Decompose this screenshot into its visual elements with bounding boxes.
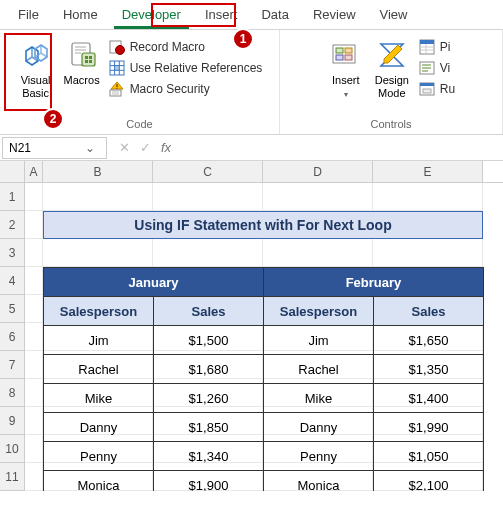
row-header[interactable]: 11 (0, 463, 25, 491)
group-label-code: Code (126, 116, 152, 132)
svg-rect-19 (110, 90, 121, 96)
table-row[interactable]: Mike$1,260Mike$1,400 (44, 384, 484, 413)
chevron-down-icon: ▾ (344, 90, 348, 100)
select-all-corner[interactable] (0, 161, 25, 182)
col-header-b[interactable]: B (43, 161, 153, 182)
data-table: January February Salesperson Sales Sales… (43, 267, 484, 491)
svg-rect-24 (345, 48, 352, 53)
svg-rect-38 (423, 89, 431, 93)
row-header[interactable]: 6 (0, 323, 25, 351)
svg-rect-25 (336, 55, 343, 60)
table-row[interactable]: Penny$1,340Penny$1,050 (44, 442, 484, 471)
properties-label: Pi (440, 40, 451, 54)
svg-rect-28 (420, 40, 434, 44)
table-row[interactable]: Danny$1,850Danny$1,990 (44, 413, 484, 442)
svg-rect-3 (89, 56, 92, 59)
svg-rect-2 (85, 56, 88, 59)
annotation-badge-2: 2 (42, 108, 64, 130)
run-dialog-label: Ru (440, 82, 455, 96)
properties-button[interactable]: Pi (417, 38, 457, 56)
design-mode-icon (375, 38, 409, 72)
use-relative-label: Use Relative References (130, 61, 263, 75)
tab-data[interactable]: Data (249, 1, 300, 28)
row-header[interactable]: 4 (0, 267, 25, 295)
fx-button[interactable]: fx (157, 140, 175, 155)
svg-rect-5 (89, 60, 92, 63)
macro-security-icon (109, 81, 125, 97)
row-header[interactable]: 8 (0, 379, 25, 407)
tab-insert[interactable]: Insert (193, 1, 250, 28)
tab-review[interactable]: Review (301, 1, 368, 28)
name-box-input[interactable] (3, 139, 81, 157)
insert-control-label: Insert (332, 74, 360, 87)
row-header[interactable]: 10 (0, 435, 25, 463)
row-header[interactable]: 3 (0, 239, 25, 267)
row-header[interactable]: 9 (0, 407, 25, 435)
use-relative-references-button[interactable]: Use Relative References (107, 59, 265, 77)
tab-developer[interactable]: Developer (110, 1, 193, 28)
row-header[interactable]: 2 (0, 211, 25, 239)
ribbon-group-controls: Insert ▾ Design Mode Pi Vi (280, 30, 503, 134)
col-header-d[interactable]: D (263, 161, 373, 182)
record-macro-label: Record Macro (130, 40, 205, 54)
enter-formula-button[interactable]: ✓ (136, 140, 155, 155)
svg-rect-26 (345, 55, 352, 60)
sub-header-sales[interactable]: Sales (374, 297, 484, 326)
svg-rect-23 (336, 48, 343, 53)
row-header[interactable]: 1 (0, 183, 25, 211)
fx-controls: ✕ ✓ fx (115, 140, 175, 155)
sub-header-salesperson[interactable]: Salesperson (44, 297, 154, 326)
run-dialog-icon (419, 81, 435, 97)
name-box[interactable]: ⌄ (2, 137, 107, 159)
design-mode-label: Design Mode (375, 74, 409, 100)
relative-refs-icon (109, 60, 125, 76)
table-row[interactable]: Monica$1,900Monica$2,100 (44, 471, 484, 492)
view-code-label: Vi (440, 61, 450, 75)
macros-label: Macros (64, 74, 100, 87)
sub-header-salesperson[interactable]: Salesperson (264, 297, 374, 326)
month-header-feb[interactable]: February (264, 268, 484, 297)
svg-point-10 (115, 46, 124, 55)
insert-control-button[interactable]: Insert ▾ (323, 34, 369, 104)
tab-file[interactable]: File (6, 1, 51, 28)
tab-home[interactable]: Home (51, 1, 110, 28)
svg-rect-4 (85, 60, 88, 63)
name-box-dropdown[interactable]: ⌄ (81, 141, 99, 155)
col-header-c[interactable]: C (153, 161, 263, 182)
table-row[interactable]: Rachel$1,680Rachel$1,350 (44, 355, 484, 384)
column-headers: A B C D E (0, 161, 503, 183)
annotation-badge-1: 1 (232, 28, 254, 50)
visual-basic-label: Visual Basic (21, 74, 51, 100)
tab-view[interactable]: View (368, 1, 420, 28)
macros-button[interactable]: Macros (59, 34, 105, 91)
row-header[interactable]: 7 (0, 351, 25, 379)
visual-basic-icon (19, 38, 53, 72)
spreadsheet-grid: 1 2 3 4 5 6 7 8 9 10 11 Using IF Stateme… (0, 183, 503, 491)
macros-icon (65, 38, 99, 72)
ribbon-tabs: File Home Developer Insert Data Review V… (0, 0, 503, 30)
col-header-e[interactable]: E (373, 161, 483, 182)
formula-input[interactable] (175, 137, 503, 159)
cancel-formula-button[interactable]: ✕ (115, 140, 134, 155)
run-dialog-button[interactable]: Ru (417, 80, 457, 98)
row-header[interactable]: 5 (0, 295, 25, 323)
group-label-controls: Controls (371, 116, 412, 132)
sub-header-sales[interactable]: Sales (154, 297, 264, 326)
view-code-button[interactable]: Vi (417, 59, 457, 77)
table-row[interactable]: Jim$1,500Jim$1,650 (44, 326, 484, 355)
svg-point-18 (116, 88, 117, 89)
sheet-title[interactable]: Using IF Statement with For Next Loop (43, 211, 483, 239)
visual-basic-button[interactable]: Visual Basic (13, 34, 59, 104)
month-header-jan[interactable]: January (44, 268, 264, 297)
properties-icon (419, 39, 435, 55)
svg-rect-16 (114, 66, 119, 71)
macro-security-label: Macro Security (130, 82, 210, 96)
view-code-icon (419, 60, 435, 76)
svg-rect-37 (420, 83, 434, 86)
insert-control-icon (329, 38, 363, 72)
formula-bar: ⌄ ✕ ✓ fx (0, 135, 503, 161)
design-mode-button[interactable]: Design Mode (369, 34, 415, 104)
macro-security-button[interactable]: Macro Security (107, 80, 265, 98)
record-macro-icon (109, 39, 125, 55)
col-header-a[interactable]: A (25, 161, 43, 182)
